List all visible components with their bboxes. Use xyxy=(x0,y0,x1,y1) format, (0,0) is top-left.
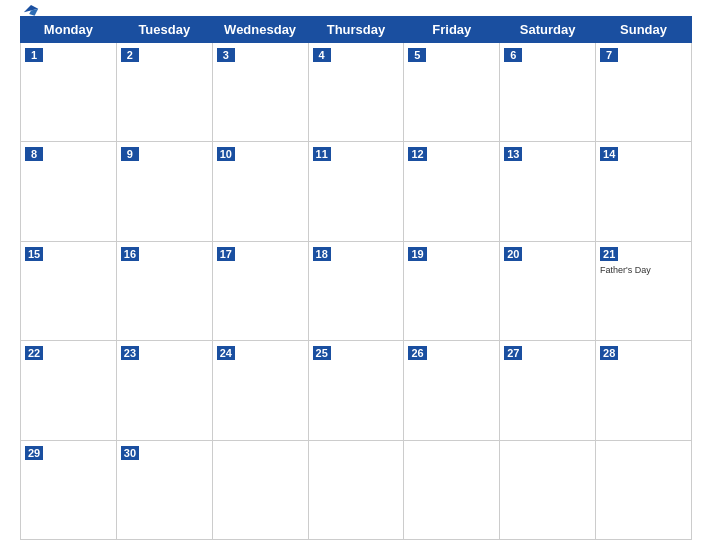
calendar-cell: 17 xyxy=(212,241,308,340)
calendar-cell: 30 xyxy=(116,440,212,539)
calendar-cell: 4 xyxy=(308,43,404,142)
day-of-week-friday: Friday xyxy=(404,17,500,43)
calendar-cell: 19 xyxy=(404,241,500,340)
calendar-cell: 16 xyxy=(116,241,212,340)
calendar-cell: 8 xyxy=(21,142,117,241)
calendar-cell: 11 xyxy=(308,142,404,241)
day-number: 14 xyxy=(600,147,618,161)
day-number: 21 xyxy=(600,247,618,261)
calendar-table: MondayTuesdayWednesdayThursdayFridaySatu… xyxy=(20,16,692,540)
logo-blue-text xyxy=(20,3,40,17)
day-of-week-wednesday: Wednesday xyxy=(212,17,308,43)
day-number: 1 xyxy=(25,48,43,62)
day-number: 3 xyxy=(217,48,235,62)
day-of-week-monday: Monday xyxy=(21,17,117,43)
calendar-cell: 12 xyxy=(404,142,500,241)
calendar-cell: 25 xyxy=(308,341,404,440)
day-number: 26 xyxy=(408,346,426,360)
calendar-cell xyxy=(212,440,308,539)
day-number: 24 xyxy=(217,346,235,360)
calendar-cell: 23 xyxy=(116,341,212,440)
calendar-cell: 5 xyxy=(404,43,500,142)
calendar-cell: 15 xyxy=(21,241,117,340)
calendar-cell: 26 xyxy=(404,341,500,440)
calendar-cell: 24 xyxy=(212,341,308,440)
calendar-cell xyxy=(308,440,404,539)
day-of-week-saturday: Saturday xyxy=(500,17,596,43)
calendar-cell: 6 xyxy=(500,43,596,142)
calendar-week-2: 891011121314 xyxy=(21,142,692,241)
holiday-label: Father's Day xyxy=(600,265,687,275)
calendar-cell: 10 xyxy=(212,142,308,241)
day-number: 27 xyxy=(504,346,522,360)
calendar-cell: 3 xyxy=(212,43,308,142)
day-number: 4 xyxy=(313,48,331,62)
day-number: 28 xyxy=(600,346,618,360)
calendar-cell: 1 xyxy=(21,43,117,142)
day-number: 8 xyxy=(25,147,43,161)
day-of-week-sunday: Sunday xyxy=(596,17,692,43)
day-number: 13 xyxy=(504,147,522,161)
calendar-cell: 22 xyxy=(21,341,117,440)
calendar-body: 123456789101112131415161718192021Father'… xyxy=(21,43,692,540)
logo xyxy=(20,3,40,17)
calendar-cell: 18 xyxy=(308,241,404,340)
calendar-week-4: 22232425262728 xyxy=(21,341,692,440)
day-number: 19 xyxy=(408,247,426,261)
calendar-cell: 14 xyxy=(596,142,692,241)
day-number: 30 xyxy=(121,446,139,460)
day-number: 18 xyxy=(313,247,331,261)
day-of-week-tuesday: Tuesday xyxy=(116,17,212,43)
day-number: 20 xyxy=(504,247,522,261)
calendar-cell: 20 xyxy=(500,241,596,340)
day-of-week-thursday: Thursday xyxy=(308,17,404,43)
calendar-cell: 28 xyxy=(596,341,692,440)
logo-bird-icon xyxy=(22,3,40,17)
calendar-cell: 2 xyxy=(116,43,212,142)
calendar-week-3: 15161718192021Father's Day xyxy=(21,241,692,340)
day-number: 9 xyxy=(121,147,139,161)
day-number: 11 xyxy=(313,147,331,161)
day-number: 16 xyxy=(121,247,139,261)
days-header: MondayTuesdayWednesdayThursdayFridaySatu… xyxy=(21,17,692,43)
day-number: 22 xyxy=(25,346,43,360)
calendar-cell: 7 xyxy=(596,43,692,142)
day-number: 29 xyxy=(25,446,43,460)
calendar-week-5: 2930 xyxy=(21,440,692,539)
day-number: 23 xyxy=(121,346,139,360)
calendar-cell: 13 xyxy=(500,142,596,241)
calendar-cell: 29 xyxy=(21,440,117,539)
calendar-cell xyxy=(404,440,500,539)
calendar-cell: 21Father's Day xyxy=(596,241,692,340)
day-number: 5 xyxy=(408,48,426,62)
day-number: 12 xyxy=(408,147,426,161)
day-number: 2 xyxy=(121,48,139,62)
calendar-week-1: 1234567 xyxy=(21,43,692,142)
calendar-cell: 9 xyxy=(116,142,212,241)
calendar-cell xyxy=(596,440,692,539)
day-number: 25 xyxy=(313,346,331,360)
calendar-cell: 27 xyxy=(500,341,596,440)
day-number: 6 xyxy=(504,48,522,62)
calendar-cell xyxy=(500,440,596,539)
day-number: 15 xyxy=(25,247,43,261)
day-number: 7 xyxy=(600,48,618,62)
day-number: 17 xyxy=(217,247,235,261)
day-number: 10 xyxy=(217,147,235,161)
